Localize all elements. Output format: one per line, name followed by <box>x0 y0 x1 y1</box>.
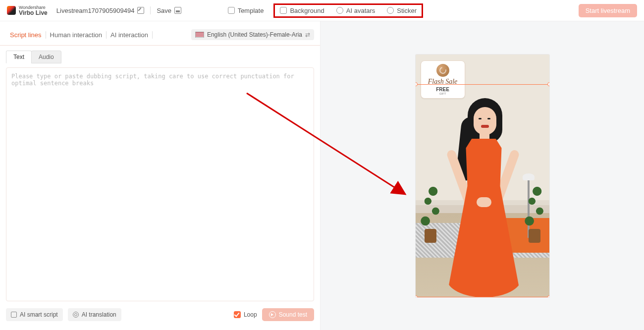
selection-line-bottom <box>416 297 549 297</box>
background-button[interactable]: Background <box>280 7 324 14</box>
ai-translation-label: AI translation <box>82 311 116 318</box>
selection-handle[interactable] <box>547 82 549 86</box>
project-name[interactable]: Livestream1707905909494 <box>56 7 145 14</box>
save-button[interactable]: Save <box>157 7 181 14</box>
subtab-text[interactable]: Text <box>6 51 32 63</box>
flag-us-icon <box>195 32 204 38</box>
ai-avatars-button[interactable]: AI avatars <box>336 7 376 14</box>
checkbox-checked-icon <box>234 311 241 318</box>
main: Script lines Human interaction AI intera… <box>0 21 644 330</box>
ai-avatar[interactable] <box>433 89 532 297</box>
logo-text: Wondershare Virbo Live <box>19 5 48 16</box>
voice-label: English (United States)-Female-Aria <box>207 31 302 38</box>
save-label: Save <box>157 7 171 14</box>
avatar-icon <box>336 7 343 14</box>
loop-toggle[interactable]: Loop <box>234 311 257 318</box>
left-panel: Script lines Human interaction AI intera… <box>0 21 321 330</box>
flash-sale-sticker[interactable]: Flash Sale FREE GIFT <box>421 60 465 99</box>
logo-icon <box>7 6 16 15</box>
ai-translation-button[interactable]: AI translation <box>68 308 121 321</box>
start-livestream-button[interactable]: Start livestream <box>579 4 637 17</box>
tab-ai-interaction[interactable]: AI interaction <box>107 31 153 39</box>
selection-handle[interactable] <box>416 82 418 86</box>
project-name-text: Livestream1707905909494 <box>56 7 135 14</box>
loop-label: Loop <box>244 311 257 318</box>
preview-panel: Flash Sale FREE GIFT <box>321 21 644 330</box>
script-box <box>6 67 314 301</box>
flash-line1: FREE <box>423 87 463 92</box>
left-footer: AI smart script AI translation Loop Soun… <box>0 301 320 330</box>
annotation-highlight-box: Background AI avatars Sticker <box>273 3 423 18</box>
sticker-button[interactable]: Sticker <box>387 7 417 14</box>
template-icon <box>228 7 235 14</box>
ai-smart-script-label: AI smart script <box>20 311 58 318</box>
script-icon <box>11 312 17 318</box>
subtab-audio[interactable]: Audio <box>31 51 61 63</box>
sound-test-label: Sound test <box>279 311 307 318</box>
template-button[interactable]: Template <box>228 7 264 14</box>
start-label: Start livestream <box>586 7 630 14</box>
play-icon <box>269 311 276 318</box>
divider <box>150 6 151 14</box>
voice-selector[interactable]: English (United States)-Female-Aria ⇄ <box>191 29 314 40</box>
app-logo: Wondershare Virbo Live <box>7 5 48 16</box>
save-icon <box>174 7 181 14</box>
tab-script-lines[interactable]: Script lines <box>6 31 46 39</box>
avatar-hands <box>477 197 491 207</box>
background-label: Background <box>290 7 324 14</box>
script-textarea[interactable] <box>6 68 314 301</box>
edit-icon[interactable] <box>137 7 144 14</box>
selection-line-top <box>416 84 549 85</box>
translate-icon <box>73 312 79 318</box>
swap-icon: ⇄ <box>305 31 310 38</box>
section-tabs: Script lines Human interaction AI intera… <box>0 25 320 46</box>
template-label: Template <box>238 7 264 14</box>
sticker-icon <box>387 7 394 14</box>
sticker-label: Sticker <box>397 7 417 14</box>
header-right: Start livestream <box>470 4 637 17</box>
preview-canvas[interactable]: Flash Sale FREE GIFT <box>416 55 549 297</box>
brand-name: Virbo Live <box>19 10 48 16</box>
ai-smart-script-button[interactable]: AI smart script <box>6 308 63 321</box>
flash-line2: GIFT <box>423 92 463 95</box>
avatar-lips <box>481 125 489 128</box>
avatars-label: AI avatars <box>346 7 376 14</box>
script-subtabs: Text Audio <box>0 46 320 63</box>
app-header: Wondershare Virbo Live Livestream1707905… <box>0 0 644 21</box>
header-center: Template Background AI avatars Sticker <box>228 3 423 18</box>
sound-test-button[interactable]: Sound test <box>262 308 314 321</box>
tab-human-interaction[interactable]: Human interaction <box>46 31 107 39</box>
clock-icon <box>436 64 449 77</box>
avatar-face <box>474 107 496 135</box>
background-icon <box>280 7 287 14</box>
